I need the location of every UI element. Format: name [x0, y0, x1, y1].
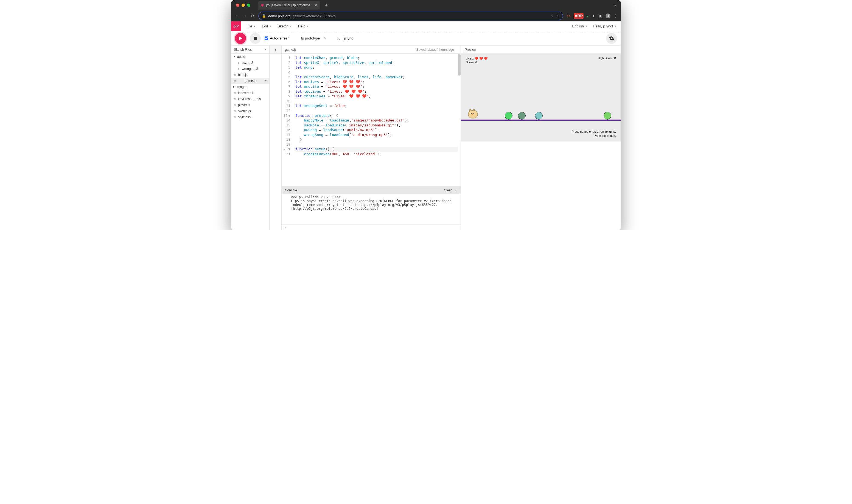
- console-title: Console: [285, 188, 297, 192]
- lock-icon: 🔒: [262, 14, 266, 18]
- play-button[interactable]: [235, 33, 246, 44]
- ext-puzzle-icon[interactable]: ✦: [592, 14, 595, 18]
- console-header: Console Clear ⌄: [282, 186, 460, 194]
- editor-column: 12345678910111213▼14151617181920▼21 let …: [282, 54, 460, 230]
- author-link[interactable]: jclync: [344, 36, 353, 40]
- line-gutter: 12345678910111213▼14151617181920▼21: [282, 54, 293, 186]
- menu-edit[interactable]: Edit▼: [262, 24, 272, 28]
- auto-refresh-label: Auto-refresh: [270, 36, 290, 40]
- game-canvas[interactable]: Lives: ❤️ ❤️ ❤️ Score: 6 High Score: 0 P…: [461, 54, 621, 142]
- app-header: p5* File▼ Edit▼ Sketch▼ Help▼ English▼ H…: [231, 21, 621, 31]
- language-menu[interactable]: English▼: [572, 24, 588, 28]
- console-line: > p5.js says: createCanvas() was expecti…: [291, 199, 457, 211]
- blob-obstacle: [518, 112, 526, 120]
- window-maximize[interactable]: [247, 3, 250, 7]
- caret-down-icon: ▼: [265, 79, 267, 82]
- url-path: /jclync/sketches/6UXjtNsxb: [293, 14, 336, 18]
- hint-quit: Press (q) to quit.: [572, 134, 616, 138]
- sidebar: audioow.mp3wrong.mp3blob.jsgame.js▼image…: [231, 54, 269, 230]
- close-icon[interactable]: ✕: [314, 3, 317, 7]
- collapse-gutter: [269, 54, 282, 230]
- menu-help[interactable]: Help▼: [298, 24, 309, 28]
- menu-sketch[interactable]: Sketch▼: [278, 24, 292, 28]
- ext-icon[interactable]: Tp: [567, 14, 570, 18]
- blob-obstacle: [535, 112, 543, 120]
- hud-top-left: Lives: ❤️ ❤️ ❤️ Score: 6: [466, 56, 488, 65]
- user-menu[interactable]: Hello, jclync!▼: [593, 24, 616, 28]
- sidebar-file[interactable]: game.js▼: [231, 78, 269, 84]
- sidebar-item-label: audio: [237, 55, 245, 59]
- sidebar-item-label: sketch.js: [238, 109, 251, 113]
- console-body[interactable]: ### p5.collide v0.7.3 ### > p5.js says: …: [282, 194, 460, 224]
- share-icon[interactable]: ⇧: [551, 14, 554, 18]
- pencil-icon[interactable]: ✎: [324, 36, 326, 40]
- sidebar-file[interactable]: sketch.js: [231, 108, 269, 114]
- console-prompt[interactable]: ›: [282, 224, 460, 230]
- sidebar-file[interactable]: wrong.mp3: [231, 66, 269, 72]
- code-editor[interactable]: 12345678910111213▼14151617181920▼21 let …: [282, 54, 460, 186]
- window-minimize[interactable]: [242, 3, 245, 7]
- extension-icons: Tp ABP ▸ ✦ ▣ J ⋮: [567, 13, 618, 19]
- console-line: ### p5.collide v0.7.3 ###: [291, 195, 457, 199]
- caret-down-icon: ▼: [269, 25, 272, 28]
- sidebar-item-label: images: [237, 85, 247, 89]
- collapse-sidebar-button[interactable]: ‹: [269, 46, 282, 53]
- stop-button[interactable]: [250, 33, 261, 44]
- sidebar-item-label: ow.mp3: [242, 61, 253, 65]
- sidebar-item-label: keyPressL…r.js: [238, 97, 261, 101]
- by-label: by: [336, 36, 341, 40]
- sketch-files-header[interactable]: Sketch Files ▼: [231, 46, 269, 53]
- new-tab-button[interactable]: ＋: [324, 2, 329, 8]
- abp-icon[interactable]: ABP: [574, 13, 584, 19]
- toolbar: Auto-refresh fp prototype ✎ by jclync: [231, 31, 621, 46]
- console-clear-button[interactable]: Clear: [444, 188, 452, 192]
- svg-marker-0: [239, 36, 242, 40]
- stop-icon: [254, 37, 257, 40]
- reload-button[interactable]: ⟳: [251, 14, 255, 19]
- main-menu: File▼ Edit▼ Sketch▼ Help▼: [241, 24, 309, 28]
- preview-column: Lives: ❤️ ❤️ ❤️ Score: 6 High Score: 0 P…: [460, 54, 621, 230]
- menu-file[interactable]: File▼: [246, 24, 256, 28]
- sidebar-file[interactable]: blob.js: [231, 72, 269, 78]
- sidebar-file[interactable]: keyPressL…r.js: [231, 96, 269, 102]
- preview-header: Preview: [460, 46, 621, 53]
- ext-window-icon[interactable]: ▣: [599, 14, 602, 18]
- sidebar-file[interactable]: index.html: [231, 90, 269, 96]
- browser-tab[interactable]: ✱ p5.js Web Editor | fp prototype ✕: [258, 1, 320, 10]
- score-display: Score: 6: [466, 60, 488, 64]
- bookmark-icon[interactable]: ☆: [556, 14, 559, 18]
- caret-down-icon: ▼: [585, 25, 587, 28]
- auto-refresh-toggle[interactable]: Auto-refresh: [265, 36, 290, 40]
- sidebar-file[interactable]: ow.mp3: [231, 60, 269, 66]
- auto-refresh-checkbox[interactable]: [265, 36, 268, 40]
- window-close[interactable]: [236, 3, 239, 7]
- p5-logo[interactable]: p5*: [231, 21, 241, 31]
- open-file-tab[interactable]: game.js: [285, 48, 296, 52]
- sidebar-item-label: style.css: [238, 115, 250, 119]
- sidebar-file[interactable]: player.js: [231, 102, 269, 108]
- tab-strip: ✱ p5.js Web Editor | fp prototype ✕ ＋ ⌄: [231, 0, 621, 11]
- sidebar-item-label: index.html: [238, 91, 253, 95]
- kebab-menu-icon[interactable]: ⋮: [614, 14, 618, 18]
- address-bar-row: ← → ⟳ 🔒 editor.p5js.org/jclync/sketches/…: [231, 11, 621, 21]
- gear-icon: [609, 36, 614, 41]
- chevron-down-icon[interactable]: ⌄: [614, 3, 616, 7]
- caret-down-icon: ▼: [307, 25, 309, 28]
- forward-button[interactable]: →: [243, 14, 247, 18]
- scrollbar[interactable]: [458, 54, 460, 76]
- code-body[interactable]: let cookieChar, ground, blobs;let sprite…: [293, 54, 460, 186]
- chevron-down-icon[interactable]: ⌄: [454, 188, 457, 192]
- sidebar-item-label: blob.js: [238, 73, 248, 77]
- address-bar[interactable]: 🔒 editor.p5js.org/jclync/sketches/6UXjtN…: [258, 12, 563, 20]
- caret-down-icon: ▼: [614, 25, 616, 28]
- ext-flag-icon[interactable]: ▸: [587, 14, 589, 18]
- back-button[interactable]: ←: [234, 14, 239, 18]
- sidebar-folder[interactable]: images: [231, 84, 269, 90]
- settings-button[interactable]: [606, 33, 617, 44]
- sidebar-folder[interactable]: audio: [231, 54, 269, 60]
- sidebar-file[interactable]: style.css: [231, 114, 269, 120]
- profile-avatar[interactable]: J: [606, 14, 610, 18]
- saved-status: Saved: about 4 hours ago: [416, 48, 457, 52]
- file-tab-bar: game.js Saved: about 4 hours ago: [282, 46, 460, 53]
- hud-bottom-right: Press space or up arrow to jump. Press (…: [572, 130, 616, 138]
